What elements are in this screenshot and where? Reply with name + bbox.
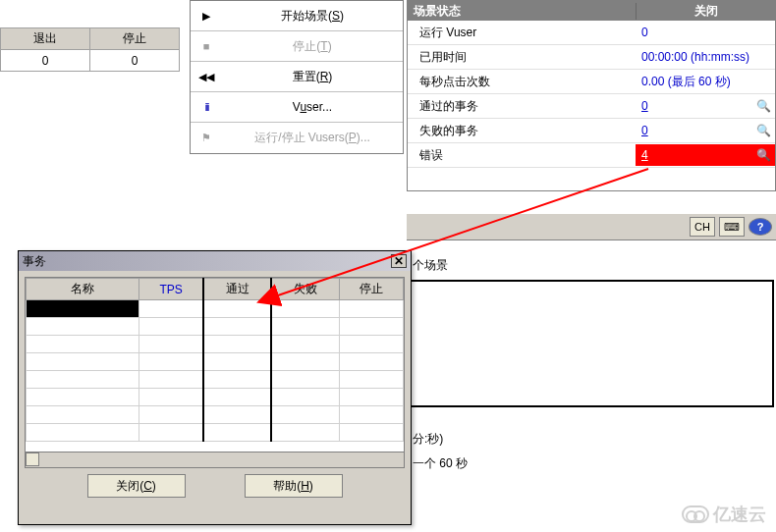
transaction-table: 名称 TPS 通过 失败 停止 — [26, 278, 404, 442]
watermark-logo-icon — [682, 505, 709, 523]
table-row[interactable] — [27, 424, 404, 442]
keyboard-icon[interactable]: ⌨ — [719, 217, 745, 237]
vuser-button[interactable]: iii Vuser... — [191, 92, 403, 123]
elapsed-label: 已用时间 — [408, 49, 636, 66]
watermark: 亿速云 — [682, 503, 766, 526]
stop-icon: ■ — [191, 40, 222, 52]
table-row[interactable] — [27, 389, 404, 406]
tool-strip: CH ⌨ ? — [407, 213, 776, 240]
flag-icon: ⚑ — [191, 132, 222, 144]
col-stop[interactable]: 停止 — [339, 279, 403, 300]
table-row[interactable] — [27, 300, 404, 318]
hits-label: 每秒点击次数 — [408, 74, 636, 90]
error-label: 错误 — [408, 147, 636, 164]
col-exit: 退出 — [1, 28, 90, 50]
col-stop: 停止 — [90, 28, 180, 50]
vuser-icon: iii — [191, 101, 222, 113]
horizontal-scrollbar[interactable] — [26, 452, 404, 467]
failed-tx-label: 失败的事务 — [408, 123, 636, 139]
table-row[interactable] — [27, 318, 404, 336]
status-close-header[interactable]: 关闭 — [636, 3, 775, 20]
table-row[interactable] — [27, 406, 404, 424]
top-left-table: 退出 停止 0 0 — [0, 27, 180, 72]
error-value[interactable]: 4 — [636, 148, 751, 162]
runstop-vusers-button: ⚑ 运行/停止 Vusers(P)... — [191, 123, 403, 153]
close-button[interactable]: 关闭(C) — [87, 474, 186, 498]
table-row[interactable] — [27, 336, 404, 353]
action-panel: ▶ 开始场景(S) ■ 停止(T) ◀◀ 重置(R) iii Vuser... … — [190, 0, 404, 154]
elapsed-value: 00:00:00 (hh:mm:ss) — [636, 50, 751, 64]
axis-unit-label: 分:秒) — [407, 431, 776, 448]
table-row[interactable] — [27, 353, 404, 371]
scene-chart-box — [409, 280, 774, 407]
help-icon[interactable]: ? — [748, 218, 772, 236]
scene-group-title: 个场景 — [407, 253, 776, 278]
col-fail[interactable]: 失败 — [271, 279, 339, 300]
stop-button: ■ 停止(T) — [191, 31, 403, 62]
hits-value: 0.00 (最后 60 秒) — [636, 74, 751, 90]
tick-label: 一个 60 秒 — [407, 455, 776, 472]
passed-tx-label: 通过的事务 — [408, 98, 636, 115]
running-vuser-label: 运行 Vuser — [408, 25, 636, 41]
transaction-dialog: 事务 ✕ 名称 TPS 通过 失败 停止 关闭(C) 帮 — [18, 250, 412, 525]
val-stop: 0 — [90, 50, 180, 72]
help-button[interactable]: 帮助(H) — [245, 474, 343, 498]
status-title: 场景状态 — [408, 3, 636, 20]
close-icon[interactable]: ✕ — [391, 254, 407, 268]
reset-button[interactable]: ◀◀ 重置(R) — [191, 62, 403, 92]
col-name[interactable]: 名称 — [27, 279, 139, 300]
play-icon: ▶ — [191, 10, 222, 23]
ch-button[interactable]: CH — [690, 217, 715, 237]
table-row[interactable] — [27, 371, 404, 389]
dialog-title: 事务 — [23, 253, 46, 270]
col-tps[interactable]: TPS — [139, 279, 203, 300]
scene-group: 个场景 分:秒) 一个 60 秒 — [407, 253, 776, 472]
passed-tx-value[interactable]: 0 — [636, 99, 751, 113]
start-scene-button[interactable]: ▶ 开始场景(S) — [191, 1, 403, 31]
rewind-icon: ◀◀ — [191, 71, 222, 83]
magnify-icon[interactable]: 🔍 — [751, 99, 775, 113]
running-vuser-value: 0 — [636, 26, 751, 39]
magnify-icon[interactable]: 🔍 — [751, 124, 775, 137]
failed-tx-value[interactable]: 0 — [636, 124, 751, 137]
val-exit: 0 — [1, 50, 90, 72]
col-pass[interactable]: 通过 — [203, 279, 271, 300]
scenario-status-panel: 场景状态 关闭 运行 Vuser 0 已用时间 00:00:00 (hh:mm:… — [407, 0, 776, 191]
magnify-icon[interactable]: 🔍 — [751, 148, 775, 162]
